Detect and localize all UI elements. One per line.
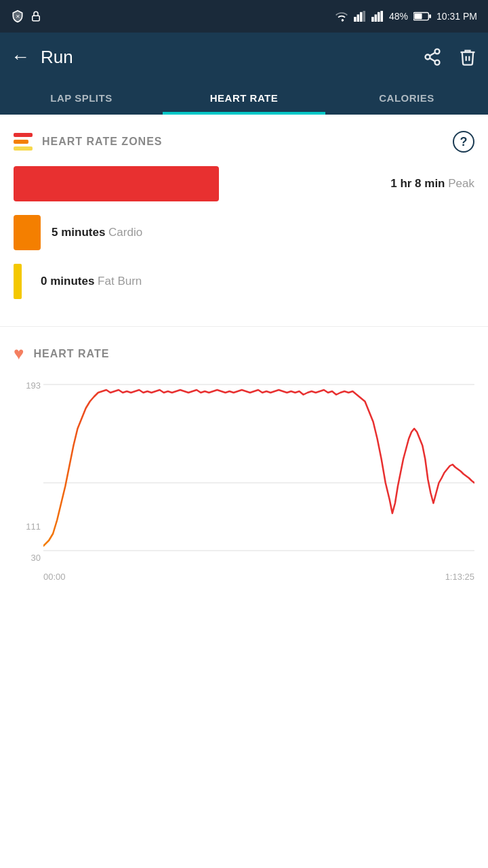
chart-time-labels: 00:00 1:13:25: [43, 568, 474, 582]
share-button[interactable]: [423, 47, 442, 66]
hr-chart-svg: [43, 378, 474, 568]
y-label-111: 111: [14, 521, 43, 532]
section-title-row: HEART RATE ZONES: [14, 133, 162, 151]
svg-rect-11: [414, 14, 422, 19]
svg-rect-8: [378, 12, 380, 22]
svg-rect-9: [380, 11, 383, 22]
hr-zones-title: HEART RATE ZONES: [42, 136, 162, 148]
battery-icon: [413, 12, 431, 21]
svg-point-15: [435, 60, 440, 65]
svg-rect-12: [429, 14, 431, 18]
tab-lap-splits[interactable]: LAP SPLITS: [0, 81, 163, 115]
time-start: 00:00: [43, 572, 66, 582]
main-content: HEART RATE ZONES ? 1 hr 8 min Peak 5 min…: [0, 115, 488, 582]
zone-bar-peak: [14, 166, 219, 201]
zones-icon: [14, 133, 33, 151]
zone-fatburn: 0 minutes Fat Burn: [14, 264, 474, 299]
tab-bar: LAP SPLITS HEART RATE CALORIES: [0, 81, 488, 115]
back-button[interactable]: ←: [11, 46, 30, 68]
signal-icon: [354, 11, 366, 22]
signal2-icon: [371, 11, 384, 22]
svg-point-14: [426, 55, 430, 60]
y-label-193: 193: [14, 380, 43, 391]
chart-area: 00:00 1:13:25: [43, 378, 474, 582]
clock: 10:31 PM: [436, 11, 477, 22]
hr-section-header: ♥ HEART RATE: [14, 343, 474, 364]
zone-label-peak: 1 hr 8 min Peak: [390, 177, 474, 191]
status-left: ✕: [11, 9, 42, 23]
svg-rect-6: [371, 17, 374, 22]
svg-rect-5: [363, 11, 365, 22]
svg-rect-3: [357, 14, 360, 22]
hr-section-title: HEART RATE: [33, 348, 109, 360]
top-bar: ← Run: [0, 33, 488, 81]
help-button[interactable]: ?: [453, 131, 474, 153]
hr-line: [43, 390, 474, 546]
status-right: 48% 10:31 PM: [335, 11, 477, 22]
zone-peak: 1 hr 8 min Peak: [14, 166, 474, 201]
svg-text:✕: ✕: [16, 14, 20, 20]
tab-heart-rate[interactable]: HEART RATE: [163, 81, 325, 115]
svg-rect-2: [354, 17, 357, 22]
zone-label-cardio: 5 minutes Cardio: [52, 226, 142, 239]
battery-percent: 48%: [389, 11, 408, 22]
zone-swatch-fatburn: [14, 264, 22, 299]
zone-swatch-cardio: [14, 215, 41, 250]
hr-section: ♥ HEART RATE: [0, 330, 488, 364]
lock-icon: [30, 10, 42, 22]
shield-icon: ✕: [11, 9, 24, 23]
svg-rect-4: [360, 12, 363, 22]
svg-rect-7: [375, 14, 378, 22]
layer-red: [14, 133, 33, 137]
page-title: Run: [41, 47, 407, 68]
heart-icon: ♥: [14, 343, 24, 364]
svg-line-16: [430, 58, 435, 62]
zone-label-fatburn: 0 minutes Fat Burn: [41, 275, 142, 288]
heart-rate-chart-wrapper: 193 111 30: [0, 378, 488, 582]
hr-zones-section: HEART RATE ZONES ? 1 hr 8 min Peak 5 min…: [0, 115, 488, 323]
section-divider: [0, 326, 488, 327]
time-end: 1:13:25: [445, 572, 474, 582]
layer-orange: [14, 140, 28, 144]
svg-rect-1: [33, 16, 40, 21]
delete-button[interactable]: [458, 47, 477, 66]
svg-point-13: [435, 49, 440, 54]
zone-bar-container-peak: [14, 166, 380, 201]
y-label-30: 30: [14, 553, 43, 563]
status-bar: ✕ 48% 10:31 PM: [0, 0, 488, 33]
wifi-icon: [335, 11, 348, 22]
svg-line-17: [430, 53, 435, 56]
zone-cardio: 5 minutes Cardio: [14, 215, 474, 250]
layer-yellow: [14, 146, 33, 151]
hr-zones-header: HEART RATE ZONES ?: [14, 131, 474, 153]
tab-calories[interactable]: CALORIES: [325, 81, 488, 115]
